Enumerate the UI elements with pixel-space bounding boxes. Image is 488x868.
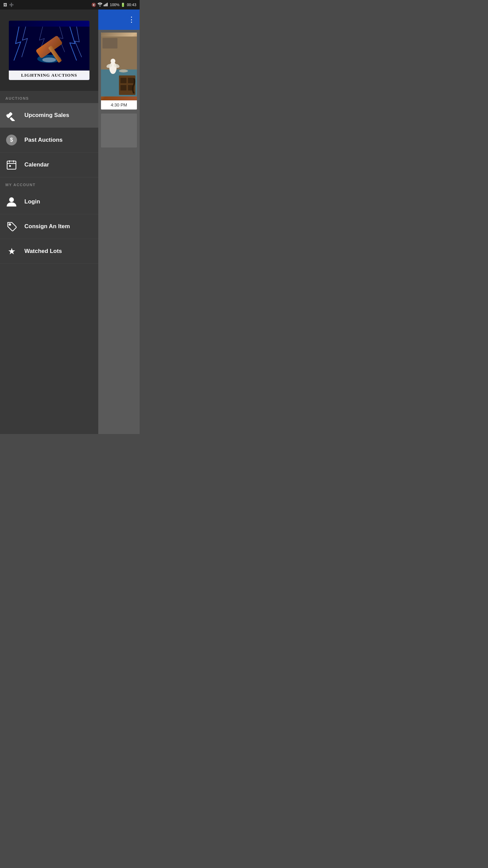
battery-icon: 🔋	[121, 3, 125, 7]
sidebar-item-login[interactable]: Login	[0, 190, 98, 214]
star-icon: ★	[5, 245, 18, 257]
svg-rect-32	[102, 38, 117, 48]
clock: 00:43	[127, 3, 136, 7]
svg-rect-2	[105, 4, 105, 6]
svg-point-19	[9, 224, 11, 225]
calendar-icon	[5, 159, 18, 171]
wifi-icon	[98, 2, 102, 7]
consign-item-label: Consign An Item	[24, 223, 70, 230]
logo-title: Lightning Auctions	[9, 73, 89, 78]
svg-rect-13	[7, 161, 16, 169]
image-icon: 🖼	[3, 3, 7, 7]
svg-rect-3	[106, 3, 107, 6]
gavel-icon	[5, 109, 18, 121]
mute-icon: 🔇	[92, 3, 96, 7]
status-bar: 🖼 ➕ 🔇 100% 🔋 00:43	[0, 0, 140, 9]
plus-box-icon: ➕	[9, 3, 14, 7]
drawer-header: Lightning Auctions	[0, 9, 98, 91]
right-panel-header: ⋮	[98, 9, 140, 30]
svg-rect-1	[104, 5, 104, 6]
login-label: Login	[24, 198, 40, 205]
svg-rect-4	[107, 3, 108, 6]
svg-point-31	[119, 70, 128, 73]
battery-text: 100%	[110, 3, 119, 7]
svg-point-18	[9, 197, 14, 202]
svg-point-23	[110, 59, 115, 63]
svg-point-0	[100, 5, 101, 6]
sidebar-item-watched-lots[interactable]: ★ Watched Lots	[0, 239, 98, 264]
svg-rect-11	[9, 117, 15, 121]
calendar-label: Calendar	[24, 161, 49, 168]
svg-rect-28	[128, 78, 134, 83]
main-container: Lightning Auctions AUCTIONS Upcoming Sal…	[0, 9, 140, 434]
more-options-button[interactable]: ⋮	[128, 15, 136, 24]
watched-lots-label: Watched Lots	[24, 248, 62, 255]
upcoming-sales-label: Upcoming Sales	[24, 112, 69, 119]
right-panel: ⋮	[98, 9, 140, 434]
auction-card[interactable]: 4:30 PM	[101, 33, 137, 110]
tag-icon	[5, 220, 18, 233]
svg-rect-27	[120, 78, 126, 83]
auction-time: 4:30 PM	[101, 100, 137, 110]
logo-text-area: Lightning Auctions	[9, 71, 89, 80]
svg-rect-29	[120, 85, 126, 91]
navigation-drawer: Lightning Auctions AUCTIONS Upcoming Sal…	[0, 9, 98, 434]
svg-point-22	[109, 62, 117, 74]
past-auctions-label: Past Auctions	[24, 137, 63, 143]
my-account-section-label: MY ACCOUNT	[0, 177, 98, 190]
content-placeholder-1	[101, 114, 137, 147]
auction-image	[101, 33, 137, 100]
logo-image: Lightning Auctions	[9, 21, 89, 80]
svg-point-7	[42, 57, 56, 62]
svg-rect-17	[9, 165, 11, 167]
auctions-section-label: AUCTIONS	[0, 91, 98, 103]
signal-icon	[104, 2, 108, 7]
sidebar-item-consign-item[interactable]: Consign An Item	[0, 214, 98, 239]
sidebar-item-calendar[interactable]: Calendar	[0, 153, 98, 177]
person-icon	[5, 196, 18, 208]
sidebar-item-upcoming-sales[interactable]: Upcoming Sales	[0, 103, 98, 128]
dollar-circle-icon: $	[5, 134, 18, 146]
sidebar-item-past-auctions[interactable]: $ Past Auctions	[0, 128, 98, 153]
